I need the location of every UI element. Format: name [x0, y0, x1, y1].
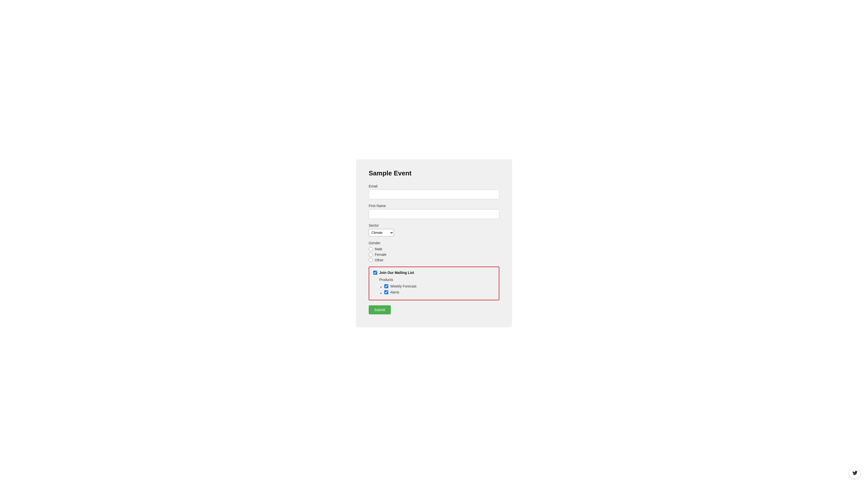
mailing-list-box: Join Our Mailing List Products Weekly Fo…: [369, 267, 499, 300]
email-input[interactable]: [369, 190, 499, 199]
page-wrapper: Sample Event Email First Name Sector Cli…: [321, 159, 547, 327]
first-name-input[interactable]: [369, 209, 499, 219]
gender-label: Gender: [369, 241, 499, 245]
gender-group: Gender Male Female Other: [369, 241, 499, 262]
gender-option-other[interactable]: Other: [369, 258, 499, 262]
bird-icon: [852, 470, 858, 476]
list-item: Weekly Forecast: [384, 284, 495, 288]
form-title: Sample Event: [369, 170, 499, 177]
sector-select[interactable]: Climate Finance Healthcare Technology: [369, 229, 394, 237]
gender-radio-other[interactable]: [369, 258, 373, 262]
form-card: Sample Event Email First Name Sector Cli…: [356, 159, 512, 327]
products-list: Weekly Forecast Alerts: [379, 284, 495, 294]
gender-radio-female[interactable]: [369, 252, 373, 256]
mailing-list-header: Join Our Mailing List: [373, 271, 495, 275]
alerts-label: Alerts: [390, 290, 399, 294]
first-name-group: First Name: [369, 204, 499, 219]
list-item: Alerts: [384, 290, 495, 294]
first-name-label: First Name: [369, 204, 499, 208]
product-item-alerts: Alerts: [384, 290, 495, 294]
products-section: Products Weekly Forecast Alerts: [373, 278, 495, 294]
mailing-list-checkbox[interactable]: [373, 271, 377, 275]
gender-radio-female-label: Female: [375, 252, 386, 256]
email-group: Email: [369, 184, 499, 199]
gender-option-male[interactable]: Male: [369, 247, 499, 251]
product-item-weekly-forecast: Weekly Forecast: [384, 284, 495, 288]
gender-option-female[interactable]: Female: [369, 252, 499, 256]
bird-icon-button[interactable]: [849, 467, 861, 479]
weekly-forecast-checkbox[interactable]: [384, 284, 388, 288]
email-label: Email: [369, 184, 499, 188]
sector-group: Sector Climate Finance Healthcare Techno…: [369, 223, 499, 237]
weekly-forecast-label: Weekly Forecast: [390, 284, 416, 288]
alerts-checkbox[interactable]: [384, 290, 388, 294]
gender-radio-male-label: Male: [375, 247, 382, 251]
sector-label: Sector: [369, 223, 499, 227]
gender-radio-other-label: Other: [375, 258, 383, 262]
mailing-list-label: Join Our Mailing List: [379, 271, 414, 275]
products-title: Products: [379, 278, 495, 282]
submit-button[interactable]: Submit: [369, 305, 391, 314]
gender-radio-male[interactable]: [369, 247, 373, 251]
